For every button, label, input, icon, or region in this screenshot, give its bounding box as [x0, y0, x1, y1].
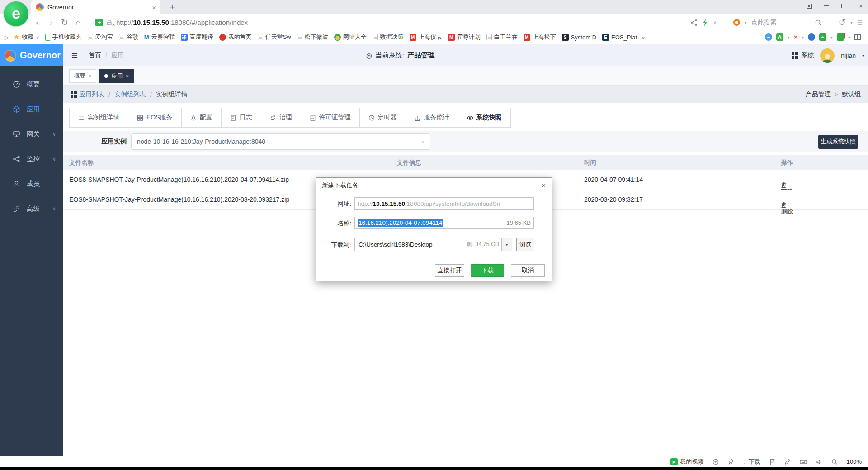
restore-caret-icon[interactable]: ▾ [850, 20, 853, 25]
generate-snapshot-button[interactable]: 生成系统快照 [818, 135, 858, 149]
tab-eos-service[interactable]: EOS服务 [128, 108, 182, 128]
sidebar-item-members[interactable]: 成员 [0, 171, 63, 196]
browser-menu-icon[interactable]: ≡ [857, 17, 863, 28]
turbo-caret-icon[interactable]: ∨ [713, 20, 716, 25]
workspace-icon[interactable] [806, 3, 813, 9]
system-nav-button[interactable]: 系统 [792, 52, 814, 60]
bookmark-item[interactable]: 任天堂Sw [256, 32, 292, 42]
dest-dropdown-icon[interactable]: ▾ [501, 238, 512, 251]
bookmark-item[interactable]: 爱淘宝 [86, 32, 114, 42]
tab-config[interactable]: 配置 [181, 108, 222, 128]
reader-icon[interactable] [712, 459, 719, 465]
zoom-level[interactable]: 100% [847, 458, 862, 465]
close-icon[interactable]: × [126, 73, 128, 79]
tab-system-snapshot[interactable]: 系统快照 [458, 108, 511, 128]
bookmark-item[interactable]: SSystem D [561, 33, 598, 42]
new-tab-button[interactable]: + [166, 2, 178, 13]
sidebar-item-advanced[interactable]: 高级 ∨ [0, 196, 63, 221]
forward-button[interactable]: › [44, 18, 58, 28]
bookmark-item[interactable]: EEOS_Plat [601, 33, 638, 42]
tab-chip-application[interactable]: 应用 × [99, 69, 133, 83]
zoom-search-icon[interactable] [831, 459, 838, 465]
sidebar-item-overview[interactable]: 概要 [0, 72, 63, 97]
user-caret-icon[interactable]: ▾ [862, 53, 864, 58]
pin-icon[interactable] [728, 459, 734, 465]
bookmark-item[interactable]: M上海松下 [522, 32, 557, 42]
instance-select[interactable]: node-10-16-16-210:Jay-ProductManage:8040… [131, 133, 430, 150]
search-engine-caret-icon[interactable]: ▾ [745, 20, 747, 25]
notes-icon[interactable] [784, 459, 791, 465]
insecure-lock-icon[interactable]: × [106, 19, 113, 26]
flag-icon[interactable] [769, 459, 775, 465]
tab-chip-overview[interactable]: 概要 × [69, 69, 96, 83]
open-directly-button[interactable]: 直接打开 [435, 264, 464, 277]
bookmark-item[interactable]: M云赛智联 [143, 32, 176, 42]
back-button[interactable]: ‹ [31, 18, 44, 28]
sidebar-item-application[interactable]: 应用 [0, 97, 63, 122]
browser-logo-icon[interactable]: e [4, 1, 28, 26]
bookmark-item[interactable]: 网址大全 [333, 32, 368, 42]
search-icon[interactable] [815, 19, 822, 26]
maximize-button[interactable] [840, 3, 847, 9]
cancel-button[interactable]: 取消 [511, 264, 545, 277]
download-button[interactable]: 下载 [781, 202, 787, 208]
close-window-button[interactable]: × [857, 3, 864, 9]
bookmark-item[interactable]: 手机收藏夹 [44, 32, 83, 42]
browser-tab[interactable]: Governor × [31, 0, 160, 14]
translate-icon[interactable]: A [776, 33, 783, 41]
reader-mode-icon[interactable]: – [765, 33, 772, 41]
bookmarks-overflow-icon[interactable]: » [642, 34, 645, 41]
bookmark-item[interactable]: 我的首页 [218, 32, 253, 42]
breadcrumb-app-list[interactable]: 应用列表 [79, 90, 104, 99]
bookmark-item[interactable]: 数据决策 [371, 32, 405, 42]
turbo-bolt-icon[interactable] [702, 19, 708, 26]
downloads-button[interactable]: ↓ 下载 [743, 458, 760, 466]
url-field[interactable]: http://10.15.15.50:18080/api/systemInfo/… [354, 197, 534, 210]
dialog-download-button[interactable]: 下载 [471, 264, 504, 277]
share-icon[interactable] [690, 19, 698, 26]
security-shield-icon[interactable]: + [95, 19, 103, 26]
tab-logs[interactable]: 日志 [221, 108, 261, 128]
breadcrumb-instance-group-list[interactable]: 实例组列表 [114, 90, 146, 99]
avatar[interactable] [820, 48, 835, 63]
username[interactable]: nijian [841, 52, 856, 59]
my-videos-button[interactable]: ▶ 我的视频 [670, 458, 703, 466]
favorites-menu[interactable]: ★ 收藏 ∨ [12, 32, 41, 42]
name-field[interactable]: 16.16.210).2020-04-07.094114 19.65 KB [354, 217, 534, 229]
tab-governance[interactable]: 治理 [261, 108, 301, 128]
dialog-titlebar[interactable]: 新建下载任务 × [316, 178, 552, 193]
keyboard-icon[interactable] [800, 459, 807, 465]
split-window-icon[interactable] [854, 34, 861, 40]
bookmark-item[interactable]: 译百度翻译 [179, 32, 215, 42]
adblock-icon[interactable]: + [819, 33, 826, 41]
close-icon[interactable]: × [89, 73, 91, 79]
account-icon[interactable] [808, 33, 815, 41]
tab-service-stats[interactable]: 服务统计 [406, 108, 458, 128]
bookmark-item[interactable]: 白玉兰在 [485, 32, 519, 42]
download-button[interactable]: 下载 [781, 182, 787, 188]
screenshot-icon[interactable]: × [794, 33, 797, 41]
tab-instance-group-detail[interactable]: 实例组详情 [69, 108, 128, 128]
sidebar-toggle-icon[interactable]: ≡ [71, 51, 78, 60]
restore-session-icon[interactable]: ↺ [839, 17, 846, 28]
dialog-close-icon[interactable]: × [542, 181, 546, 189]
bookmark-item[interactable]: 松下微波 [296, 32, 330, 42]
search-engine-icon[interactable] [733, 19, 740, 26]
tab-timer[interactable]: 定时器 [359, 108, 406, 128]
sidebar-item-gateway[interactable]: 网关 ∨ [0, 122, 63, 147]
bookmark-item[interactable]: M霍尊计划 [447, 32, 482, 42]
bookmark-item[interactable]: 谷歌 [118, 32, 140, 42]
url-text[interactable]: http://10.15.15.50:18080/#/application/i… [116, 19, 248, 26]
wallet-icon[interactable] [837, 33, 844, 41]
tab-close-icon[interactable]: × [152, 4, 156, 11]
minimize-button[interactable] [823, 3, 830, 9]
search-input[interactable]: 点此搜索 [751, 19, 810, 27]
reload-button[interactable]: ↻ [58, 17, 71, 28]
destination-combobox[interactable]: C:\Users\scirl1983\Desktop 剩: 34.75 GB ▾ [354, 238, 512, 251]
home-button[interactable]: ⌂ [71, 18, 85, 28]
speaker-icon[interactable] [816, 459, 822, 465]
sidebar-item-monitoring[interactable]: 监控 ∨ [0, 147, 63, 171]
browse-button[interactable]: 浏览 [516, 238, 534, 251]
bookmarks-collapse-icon[interactable]: ▷ [5, 34, 9, 41]
bookmark-item[interactable]: M上海仪表 [408, 32, 443, 42]
